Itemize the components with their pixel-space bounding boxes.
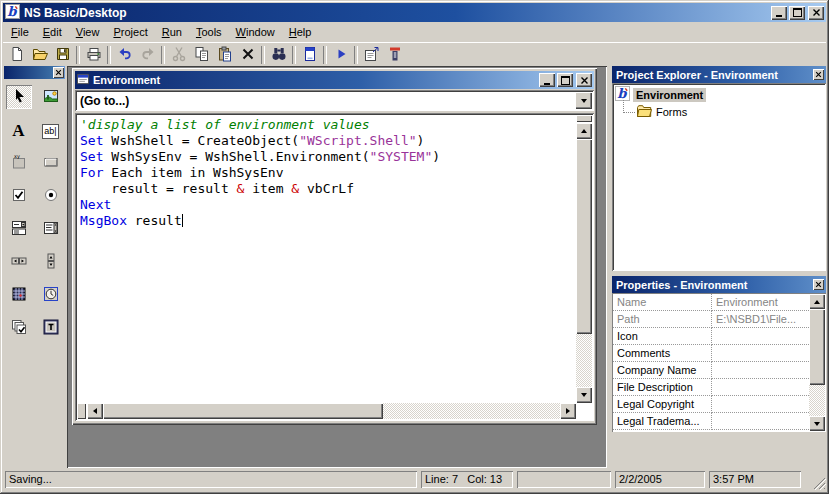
find-button[interactable]	[267, 44, 290, 66]
tool-frame[interactable]: xy	[6, 151, 32, 175]
print-button[interactable]	[82, 44, 105, 66]
run-button[interactable]	[329, 44, 352, 66]
toolbox-close-button[interactable]	[53, 67, 64, 78]
scrollbar-thumb[interactable]	[809, 309, 825, 385]
tool-form[interactable]	[38, 316, 64, 340]
maximize-button[interactable]	[789, 6, 805, 20]
tree-item-project[interactable]: b Environment	[615, 86, 826, 103]
menu-item-run[interactable]: Run	[155, 24, 189, 40]
scrollbar-thumb[interactable]	[103, 403, 383, 419]
properties-button[interactable]	[360, 44, 383, 66]
goto-combobox[interactable]: (Go to...)	[75, 90, 594, 111]
properties-title-bar[interactable]: Properties - Environment	[612, 276, 826, 293]
property-row: Legal Copyright	[613, 396, 809, 413]
goto-dropdown-button[interactable]	[575, 92, 592, 109]
toolbar-separator	[261, 46, 265, 64]
tool-option[interactable]	[38, 184, 64, 208]
project-explorer-close-button[interactable]	[813, 69, 824, 80]
code-editor[interactable]: 'display a list of environment valuesSet…	[75, 113, 594, 421]
code-window-title: Environment	[93, 74, 537, 86]
toolbox-title-bar[interactable]	[4, 66, 65, 79]
scroll-left-button[interactable]	[87, 403, 103, 419]
cut-icon	[171, 46, 187, 64]
menu-item-file[interactable]: File	[4, 24, 36, 40]
deploy-button[interactable]	[298, 44, 321, 66]
delete-button[interactable]	[236, 44, 259, 66]
tool-timer[interactable]	[38, 283, 64, 307]
code-window-close-button[interactable]	[576, 73, 592, 87]
undo-button[interactable]	[113, 44, 136, 66]
copy-button[interactable]	[190, 44, 213, 66]
tool-button[interactable]	[38, 151, 64, 175]
close-icon	[580, 76, 589, 85]
status-bar: Saving...Line: 7 Col: 132/2/20053:57 PM	[3, 468, 826, 491]
tool-listbox[interactable]	[38, 217, 64, 241]
scrollbar-track[interactable]	[576, 334, 592, 387]
code-window-minimize-button[interactable]	[539, 73, 555, 87]
scroll-right-button[interactable]	[560, 403, 576, 419]
property-value[interactable]: Environment	[712, 294, 809, 311]
property-value[interactable]	[712, 379, 809, 396]
title-bar[interactable]: b NS Basic/Desktop	[3, 3, 826, 22]
resize-grip[interactable]	[811, 475, 826, 490]
code-window-maximize-button[interactable]	[557, 73, 573, 87]
scrollbar-track[interactable]	[809, 385, 825, 416]
project-properties-button[interactable]	[383, 44, 406, 66]
tool-pointer[interactable]	[6, 85, 32, 109]
minimize-button[interactable]	[771, 6, 787, 20]
tool-hscroll[interactable]	[6, 250, 32, 274]
property-row: Comments	[613, 345, 809, 362]
close-button[interactable]	[808, 6, 824, 20]
tool-combobox[interactable]	[6, 217, 32, 241]
minimize-icon	[544, 83, 550, 85]
tool-label[interactable]: A	[6, 118, 32, 142]
paste-icon	[217, 46, 233, 64]
properties-close-button[interactable]	[813, 279, 824, 290]
paste-button[interactable]	[213, 44, 236, 66]
scroll-down-button[interactable]	[576, 387, 592, 403]
tool-textbox[interactable]: ab|	[38, 118, 64, 142]
button-icon	[43, 154, 59, 172]
menu-item-edit[interactable]: Edit	[36, 24, 69, 40]
property-value[interactable]	[712, 345, 809, 362]
property-value[interactable]	[712, 328, 809, 345]
vertical-scrollbar[interactable]	[576, 115, 592, 403]
property-value[interactable]	[712, 362, 809, 379]
redo-button[interactable]	[136, 44, 159, 66]
menu-item-help[interactable]: Help	[282, 24, 319, 40]
horizontal-scrollbar[interactable]	[77, 403, 576, 419]
cut-button[interactable]	[167, 44, 190, 66]
property-value[interactable]	[712, 396, 809, 413]
scrollbar-track[interactable]	[383, 403, 560, 419]
menu-item-tools[interactable]: Tools	[189, 24, 229, 40]
menu-item-window[interactable]: Window	[229, 24, 282, 40]
tool-checklist[interactable]	[6, 316, 32, 340]
tree-item-forms[interactable]: Forms	[615, 103, 826, 120]
tool-picture[interactable]	[38, 85, 64, 109]
combobox-icon	[11, 220, 27, 238]
close-icon	[55, 69, 62, 76]
property-value[interactable]	[712, 413, 809, 430]
code-window-title-bar[interactable]: Environment	[75, 71, 594, 89]
status-panel-date: 2/2/2005	[615, 471, 705, 488]
menu-item-view[interactable]: View	[69, 24, 107, 40]
save-button[interactable]	[51, 44, 74, 66]
code-text[interactable]: 'display a list of environment valuesSet…	[77, 115, 576, 403]
tool-checkbox[interactable]	[6, 184, 32, 208]
split-handle[interactable]	[77, 403, 86, 419]
open-button[interactable]	[28, 44, 51, 66]
status-panel-spare	[517, 471, 611, 488]
properties-scrollbar[interactable]	[809, 294, 825, 431]
tool-grid[interactable]	[6, 283, 32, 307]
scroll-up-button[interactable]	[809, 294, 825, 309]
project-explorer-title-bar[interactable]: Project Explorer - Environment	[612, 66, 826, 83]
toolbox-grid: Aab|xy	[4, 81, 65, 340]
property-value[interactable]: E:\NSBD1\File...	[712, 311, 809, 328]
menu-item-project[interactable]: Project	[106, 24, 154, 40]
scroll-up-button[interactable]	[576, 123, 592, 139]
new-button[interactable]	[5, 44, 28, 66]
scroll-down-button[interactable]	[809, 416, 825, 431]
split-handle[interactable]	[576, 115, 592, 122]
tool-vscroll[interactable]	[38, 250, 64, 274]
scrollbar-thumb[interactable]	[576, 139, 592, 334]
